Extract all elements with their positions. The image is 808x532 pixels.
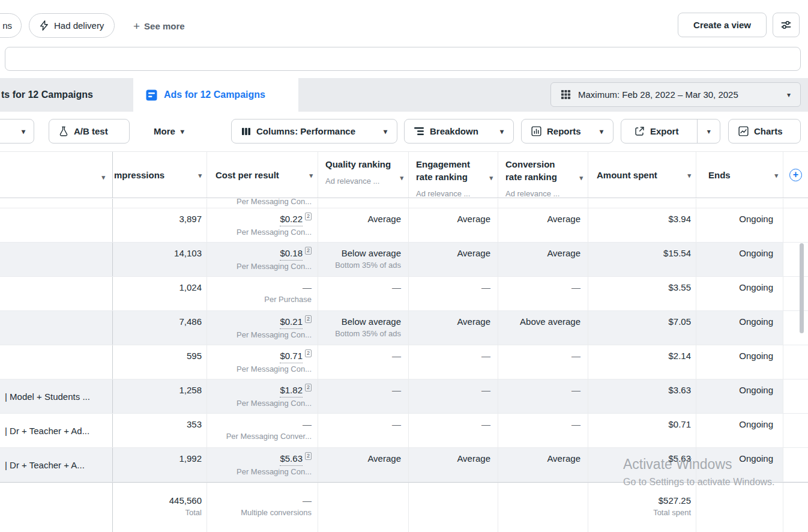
table-row[interactable]: | Model + Students ... 1,258 $1.822 Per … [0,379,808,414]
tab-adsets-label: ts for 12 Campaigns [1,89,93,100]
ads-icon [146,89,157,101]
cell-impressions: 14,103 [113,243,207,276]
header-conversion-ranking[interactable]: Conversion rate ranking Ad relevance ...… [498,152,588,198]
cell-quality-ranking: — [318,345,409,379]
columns-icon [241,127,251,136]
had-delivery-chip[interactable]: Had delivery [29,13,115,38]
cell-ends: Ongoing [696,379,783,413]
create-view-button[interactable]: Create a view [678,13,767,37]
table-header-row: ▾ mpressions ▾ Cost per result ▾ Quality… [0,151,808,198]
header-cost-per-result[interactable]: Cost per result ▾ [207,152,318,198]
header-impressions[interactable]: mpressions ▾ [113,152,207,198]
reports-button[interactable]: Reports ▾ [521,119,614,144]
header-amount-spent[interactable]: Amount spent ▾ [588,152,696,198]
lightning-icon [40,20,49,31]
cell-ad-name [0,243,113,276]
cell-ends: Ongoing [696,311,783,345]
cell-cost-per-result: $0.212 Per Messaging Con... [207,311,318,345]
create-view-label: Create a view [693,20,751,30]
sort-chevron-icon: ▾ [579,172,583,184]
table-row-partial[interactable]: Per Messaging Con... [0,199,808,208]
sort-chevron-icon: ▾ [198,172,202,180]
cell-ends: Ongoing [696,414,783,447]
ab-test-label: A/B test [74,126,108,136]
header-impressions-label: mpressions [114,170,164,180]
more-button[interactable]: More ▾ [144,119,195,144]
cell-cost-per-result: Per Messaging Con... [207,199,318,208]
cell-conversion-ranking: — [498,379,588,413]
footnote-ref: 2 [305,349,312,357]
table-row[interactable]: 1,024 — Per Purchase — — — $3.55 Ongoing [0,277,808,311]
ads-manager-screen: ns Had delivery + See more Create a view [0,0,808,532]
calendar-grid-icon [561,89,571,100]
footnote-ref: 2 [305,315,312,323]
header-engagement-ranking[interactable]: Engagement rate ranking Ad relevance ...… [409,152,498,198]
header-ends[interactable]: Ends ▾ [696,152,783,198]
cell-impressions: 353 [113,414,207,447]
header-engagement-sub: Ad relevance ... [416,187,482,200]
cell-amount-spent: $5.63 [588,448,696,482]
tab-ads-label: Ads for 12 Campaigns [164,89,265,100]
table-row[interactable]: 3,897 $0.222 Per Messaging Con... Averag… [0,208,808,243]
line-chart-icon [738,126,749,136]
sort-chevron-icon: ▾ [489,172,493,184]
search-input[interactable] [5,47,801,71]
cell-amount-spent: $3.94 [588,208,696,242]
cell-engagement-ranking: — [409,414,498,447]
export-button[interactable]: Export [621,119,692,143]
export-dropdown-button[interactable]: ▾ [697,119,720,143]
reports-icon [531,126,541,136]
header-spent-label: Amount spent [597,170,657,180]
add-column-button[interactable]: + [789,169,802,181]
header-quality-label: Quality ranking [325,158,393,171]
date-range-selector[interactable]: Maximum: Feb 28, 2022 – Mar 30, 2025 ▾ [550,82,801,107]
table-row[interactable]: | Dr + Teacher + A... 1,992 $5.632 Per M… [0,448,808,482]
tab-adsets[interactable]: ts for 12 Campaigns [0,78,127,112]
see-more-button[interactable]: + See more [133,18,185,34]
cell-ends: Ongoing [696,208,783,242]
plus-icon: + [133,20,140,32]
header-quality-ranking[interactable]: Quality ranking Ad relevance ... ▾ [318,152,409,198]
filter-settings-button[interactable] [773,13,800,37]
sort-chevron-icon: ▾ [309,172,313,180]
cell-conversion-ranking: — [498,414,588,447]
see-more-label: See more [144,21,185,31]
columns-button[interactable]: Columns: Performance ▾ [231,119,397,144]
cell-conversion-ranking: — [498,277,588,310]
cell-ends: Ongoing [696,277,783,310]
partial-dropdown-button[interactable]: ▾ [0,119,34,144]
footnote-ref: 2 [305,213,312,220]
cell-conversion-ranking: Average [498,448,588,482]
vertical-scrollbar[interactable] [800,243,804,333]
cell-amount-spent: $7.05 [588,311,696,345]
export-label: Export [650,126,679,136]
chevron-down-icon: ▾ [787,91,791,98]
cell-quality-ranking: — [318,379,409,413]
cell-ad-name [0,277,113,310]
header-engagement-label: Engagement rate ranking [416,158,482,183]
table-row[interactable]: 595 $0.712 Per Messaging Con... — — — $2… [0,345,808,379]
cell-cost-per-result: $1.822 Per Messaging Con... [207,379,318,413]
chevron-down-icon: ▾ [181,128,184,135]
table-row[interactable]: | Dr + Teacher + Ad... 353 — Per Messagi… [0,414,808,448]
cell-impressions: 1,258 [113,379,207,413]
plus-icon: + [793,170,798,180]
cell-ad-name [0,208,113,242]
export-icon [635,126,645,136]
sort-chevron-icon: ▾ [101,174,105,181]
header-cost-label: Cost per result [216,170,279,180]
columns-label: Columns: Performance [256,126,355,136]
tab-ads[interactable]: Ads for 12 Campaigns [133,78,298,112]
table-row[interactable]: 14,103 $0.182 Per Messaging Con... Below… [0,243,808,277]
charts-button[interactable]: Charts [728,119,801,144]
header-ad-name[interactable]: ▾ [0,152,113,198]
filter-chip-partial[interactable]: ns [0,13,22,38]
ab-test-button[interactable]: A/B test [49,119,130,144]
table-body: Per Messaging Con... 3,897 $0.222 Per Me… [0,199,808,482]
cell-engagement-ranking: Average [409,208,498,242]
cell-conversion-ranking: Above average [498,311,588,345]
table-row[interactable]: 7,486 $0.212 Per Messaging Con... Below … [0,311,808,345]
table-totals-row: 445,560 Total — Multiple conversions $52… [0,482,808,532]
breakdown-button[interactable]: Breakdown ▾ [404,119,514,144]
cell-engagement-ranking: Average [409,311,498,345]
